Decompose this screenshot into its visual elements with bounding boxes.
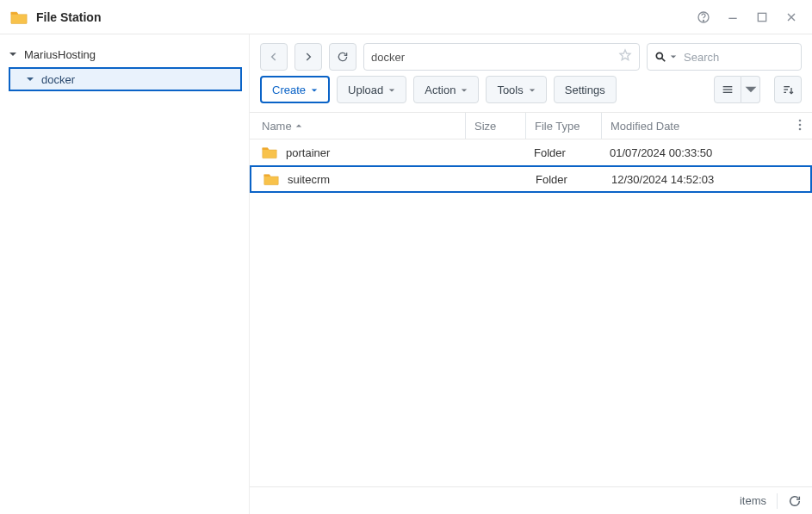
chevron-down-icon (9, 50, 19, 59)
tree-item-docker[interactable]: docker (9, 67, 242, 91)
tools-label: Tools (497, 84, 523, 96)
column-modified-label: Modified Date (611, 120, 679, 133)
table-row[interactable]: portainerFolder01/07/2024 00:33:50 (250, 139, 812, 165)
file-name: suitecrm (288, 173, 330, 186)
tree-child-label: docker (36, 73, 75, 86)
divider (777, 493, 778, 509)
column-type[interactable]: File Type (525, 113, 601, 139)
search-dropdown-icon[interactable] (670, 53, 677, 60)
view-mode-dropdown[interactable] (741, 76, 760, 103)
search-icon (654, 51, 666, 63)
chevron-down-icon (529, 84, 536, 96)
grid-header: Name Size File Type Modified Date (250, 112, 812, 139)
file-modified: 12/30/2024 14:52:03 (603, 173, 790, 186)
svg-point-1 (703, 20, 704, 21)
path-text: docker (371, 51, 618, 64)
help-button[interactable] (691, 5, 716, 29)
status-refresh-button[interactable] (788, 494, 802, 508)
minimize-button[interactable] (721, 5, 745, 29)
nav-toolbar: docker (250, 34, 812, 76)
search-input[interactable] (647, 43, 802, 71)
svg-rect-3 (758, 13, 766, 21)
svg-point-16 (799, 123, 802, 126)
back-button[interactable] (260, 43, 288, 71)
titlebar: File Station (0, 0, 812, 34)
column-name-label: Name (262, 120, 292, 133)
settings-button[interactable]: Settings (554, 76, 617, 103)
tree-root-label: MariusHosting (19, 48, 96, 61)
app-folder-icon (9, 7, 29, 28)
window-title: File Station (36, 10, 101, 24)
maximize-button[interactable] (750, 5, 774, 29)
column-options[interactable] (791, 119, 809, 133)
action-toolbar: Create Upload Action Tools Settings (250, 76, 812, 112)
chevron-down-icon (388, 84, 395, 96)
file-name: portainer (286, 146, 330, 159)
svg-point-15 (799, 119, 802, 121)
create-label: Create (272, 84, 306, 96)
search-field[interactable] (682, 50, 812, 65)
path-input[interactable]: docker (363, 43, 640, 71)
action-button[interactable]: Action (413, 76, 479, 103)
column-size[interactable]: Size (465, 113, 525, 139)
sort-asc-icon (295, 122, 302, 129)
upload-label: Upload (348, 84, 383, 96)
file-grid: Name Size File Type Modified Date portai… (250, 112, 812, 486)
svg-point-17 (799, 127, 802, 130)
column-name[interactable]: Name (250, 120, 465, 133)
sort-button[interactable] (774, 76, 802, 103)
view-mode-group (714, 76, 760, 103)
chevron-down-icon (311, 84, 318, 96)
folder-icon (262, 146, 277, 159)
create-button[interactable]: Create (260, 76, 330, 103)
svg-line-8 (662, 59, 666, 62)
close-button[interactable] (779, 5, 803, 29)
file-modified: 01/07/2024 00:33:50 (601, 146, 791, 159)
action-label: Action (425, 84, 456, 96)
item-count-label: items (740, 494, 766, 507)
column-size-label: Size (474, 120, 496, 133)
folder-tree: MariusHosting docker (0, 34, 250, 514)
svg-marker-6 (620, 50, 630, 60)
folder-icon (263, 172, 279, 186)
refresh-button[interactable] (329, 43, 356, 71)
tree-root-item[interactable]: MariusHosting (3, 43, 242, 65)
file-type: Folder (525, 146, 601, 159)
settings-label: Settings (565, 84, 605, 96)
list-view-button[interactable] (714, 76, 741, 103)
column-modified[interactable]: Modified Date (601, 113, 791, 139)
tools-button[interactable]: Tools (486, 76, 546, 103)
chevron-down-icon (461, 84, 468, 96)
favorite-star-icon[interactable] (618, 48, 632, 65)
file-type: Folder (527, 173, 603, 186)
svg-point-7 (656, 53, 662, 59)
grid-body: portainerFolder01/07/2024 00:33:50suitec… (250, 139, 812, 486)
upload-button[interactable]: Upload (337, 76, 406, 103)
status-bar: items (250, 486, 812, 514)
chevron-down-icon (26, 75, 36, 84)
column-type-label: File Type (535, 120, 580, 133)
forward-button[interactable] (294, 43, 322, 71)
table-row[interactable]: suitecrmFolder12/30/2024 14:52:03 (250, 165, 812, 193)
